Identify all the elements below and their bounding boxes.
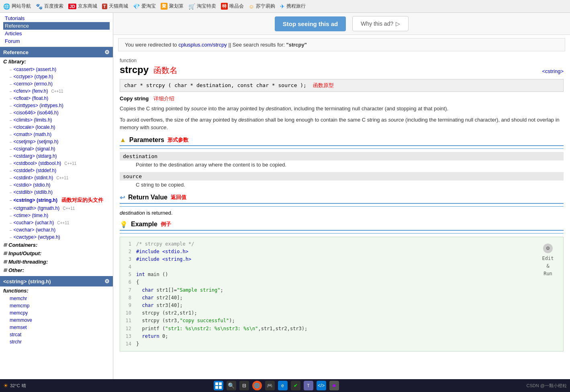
stop-ad-button[interactable]: Stop seeing this ad <box>275 16 346 31</box>
dash-icon: – <box>10 67 12 72</box>
sidebar-item-cwctype[interactable]: – <cwctype> (wctype.h) <box>0 234 113 241</box>
return-icon: ↩ <box>120 194 125 201</box>
nav-lvyou[interactable]: ✈ 携程旅行 <box>280 3 306 10</box>
sidebar-link-tutorials[interactable]: Tutorials <box>3 14 110 22</box>
param-desc-destination: Pointer to the destination array where t… <box>120 160 564 169</box>
sidebar-item-cstdio[interactable]: – <cstdio> (stdio.h) <box>0 181 113 189</box>
return-title: Return Value <box>128 194 168 201</box>
nav-pinpinhui[interactable]: 特 唯品会 <box>221 3 244 10</box>
sidebar-item-cinttypes[interactable]: – <cinttypes> (inttypes.h) <box>0 102 113 109</box>
param-desc-source: C string to be copied. <box>120 181 564 189</box>
sidebar-link-forum[interactable]: Forum <box>3 37 110 45</box>
sidebar-item-cstdint[interactable]: – <cstdint> (stdint.h) C++11 <box>0 174 113 181</box>
taskbar-app3-icon[interactable]: ■ <box>329 381 339 390</box>
sidebar-item-ctgmath[interactable]: – <ctgmath> (tgmath.h) C++11 <box>0 205 113 212</box>
sidebar-item-csignal[interactable]: – <csignal> (signal.h) <box>0 145 113 152</box>
dash-icon: – <box>10 111 12 115</box>
redirect-link[interactable]: cplusplus.com/strcpy <box>178 42 227 48</box>
nav-wangzhan[interactable]: 🌐 网站导航 <box>3 3 31 10</box>
nav-label: 携程旅行 <box>286 3 306 10</box>
sidebar-item-ctime[interactable]: – <ctime> (time.h) <box>0 212 113 219</box>
nav-juhusuan[interactable]: 聚 聚划算 <box>161 3 184 10</box>
taskbar-teams-icon[interactable]: T <box>304 381 313 390</box>
sidebar-group-containers[interactable]: ⊞ Containers: <box>0 241 113 249</box>
sidebar-item-cstring[interactable]: – <cstring> (string.h) 函数对应的头文件 <box>0 196 113 205</box>
group-label: Containers: <box>8 242 37 248</box>
item-label: <cfenv> (fenv.h) <box>14 88 48 94</box>
nav-suning[interactable]: ☺ 苏宁易购 <box>249 3 275 10</box>
cstring-panel-settings-icon[interactable]: ⚙ <box>104 278 110 284</box>
sidebar-group-multithreading[interactable]: ⊞ Multi-threading: <box>0 258 113 266</box>
group-label: Input/Output: <box>8 250 41 256</box>
taskbar-taskview-icon[interactable]: ⊟ <box>239 381 249 390</box>
cstring-item-memchr[interactable]: memchr <box>0 295 113 302</box>
sidebar-item-cstdlib[interactable]: – <cstdlib> (stdlib.h) <box>0 189 113 196</box>
c-library-section: C library: – <cassert> (assert.h) – <cct… <box>0 57 113 241</box>
sidebar-item-cstdarg[interactable]: – <cstdarg> (stdarg.h) <box>0 152 113 160</box>
function-name-cn: 函数名 <box>153 66 178 75</box>
cstring-item-strcat[interactable]: strcat <box>0 331 113 338</box>
taskbar-edge-icon[interactable]: e <box>278 381 288 390</box>
sidebar-group-other[interactable]: ⊞ Other: <box>0 266 113 274</box>
dash-icon: – <box>10 104 12 108</box>
sidebar-item-clocale[interactable]: – <clocale> (locale.h) <box>0 124 113 131</box>
sidebar-item-cassert[interactable]: – <cassert> (assert.h) <box>0 66 113 73</box>
cfenv-badge: C++11 <box>51 89 63 93</box>
sidebar-item-climits[interactable]: – <climits> (limits.h) <box>0 116 113 124</box>
nav-tianmao[interactable]: T 天猫商城 <box>102 3 128 10</box>
item-label: <cmath> (math.h) <box>14 132 52 137</box>
nav-jd[interactable]: JD 京东商城 <box>68 3 97 10</box>
nav-label: 百度搜索 <box>44 3 63 10</box>
taskbar-windows-icon[interactable] <box>214 381 223 390</box>
taskbar-search-icon[interactable]: 🔍 <box>227 381 236 390</box>
code-content: /* strcpy example */ #include <stdio.h> … <box>136 240 536 348</box>
params-triangle-icon: ▲ <box>120 136 126 144</box>
param-destination: destination Pointer to the destination a… <box>120 152 564 169</box>
sidebar-item-cfloat[interactable]: – <cfloat> (float.h) <box>0 95 113 102</box>
item-label: <cstdarg> (stdarg.h) <box>14 153 57 159</box>
params-divider <box>120 148 564 149</box>
code-run-panel[interactable]: ⚙ Edit&Run <box>536 240 560 348</box>
sidebar-item-cwchar[interactable]: – <cwchar> (wchar.h) <box>0 226 113 234</box>
sidebar-item-cctype[interactable]: – <cctype> (ctype.h) <box>0 73 113 80</box>
sidebar-item-cfenv[interactable]: – <cfenv> (fenv.h) C++11 <box>0 87 113 95</box>
cstring-item-memset[interactable]: memset <box>0 324 113 331</box>
cstring-item-memcmp[interactable]: memcmp <box>0 302 113 309</box>
nav-baidu[interactable]: 🐾 百度搜索 <box>36 3 63 10</box>
nav-aitaobao[interactable]: 💎 爱淘宝 <box>133 3 156 10</box>
header-link[interactable]: <cstring> <box>542 68 564 74</box>
dash-icon: – <box>10 89 12 93</box>
return-destination: destination <box>120 210 145 216</box>
sidebar-link-reference[interactable]: Reference <box>3 22 110 30</box>
dash-icon: – <box>10 82 12 86</box>
taskbar-browser-icon[interactable]: 🌐 <box>252 381 262 390</box>
example-section-title: 💡 Example 例子 <box>120 221 564 231</box>
ctgmath-badge: C++11 <box>63 206 75 211</box>
dash-icon: – <box>10 183 12 187</box>
line-numbers: 1234567891011121314 <box>123 240 131 348</box>
cstring-item-memmove[interactable]: memmove <box>0 317 113 324</box>
sidebar-item-ciso646[interactable]: – <ciso646> (iso646.h) <box>0 109 113 116</box>
redirect-text-middle: || See search results for: <box>229 42 286 48</box>
taskbar-app2-icon[interactable]: ✔ <box>291 381 300 390</box>
aitaobao-icon: 💎 <box>133 3 140 10</box>
sidebar-item-cstddef[interactable]: – <cstddef> (stddef.h) <box>0 167 113 174</box>
sidebar-link-articles[interactable]: Articles <box>3 30 110 37</box>
edit-run-label[interactable]: Edit&Run <box>542 255 554 278</box>
sidebar-settings-icon[interactable]: ⚙ <box>104 49 110 55</box>
item-label: <ciso646> (iso646.h) <box>14 110 59 116</box>
cstring-item-strchr[interactable]: strchr <box>0 338 113 345</box>
sidebar-item-cuchar[interactable]: – <cuchar> (uchar.h) C++11 <box>0 219 113 226</box>
sidebar-group-io[interactable]: ⊞ Input/Output: <box>0 249 113 258</box>
why-ad-button[interactable]: Why this ad? ▷ <box>352 16 409 31</box>
taskbar-app1-icon[interactable]: 🎮 <box>265 381 275 390</box>
nav-taobao[interactable]: 🛒 淘宝特卖 <box>188 3 216 10</box>
svg-rect-3 <box>219 386 222 389</box>
taskbar-vscode-icon[interactable]: </> <box>317 381 326 390</box>
cstring-item-memcpy[interactable]: memcpy <box>0 309 113 317</box>
sidebar-item-cstdbool[interactable]: – <cstdbool> (stdbool.h) C++11 <box>0 160 113 167</box>
nav-label: 天猫商城 <box>109 3 128 10</box>
sidebar-item-cerrno[interactable]: – <cerrno> (errno.h) <box>0 80 113 87</box>
sidebar-item-cmath[interactable]: – <cmath> (math.h) <box>0 131 113 138</box>
sidebar-item-csetjmp[interactable]: – <csetjmp> (setjmp.h) <box>0 138 113 145</box>
